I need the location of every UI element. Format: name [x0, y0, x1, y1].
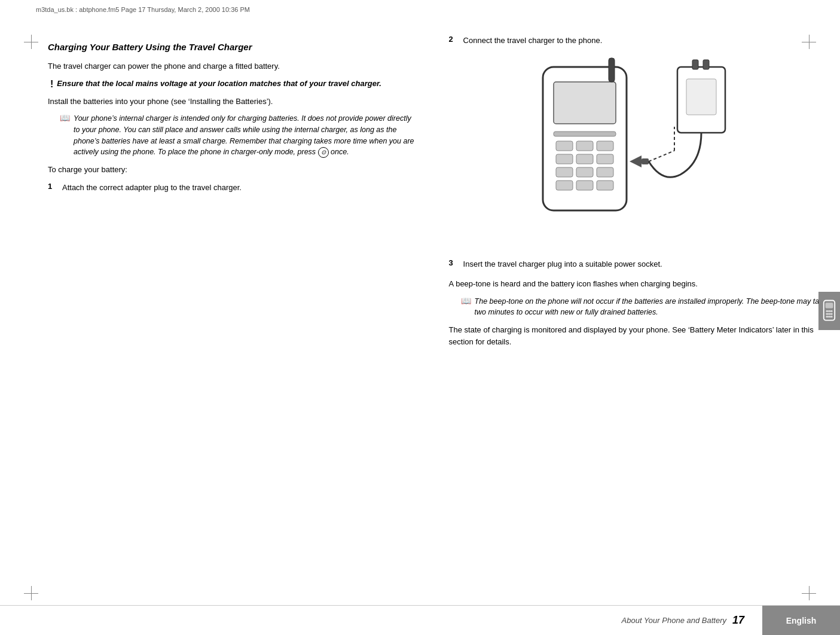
svg-rect-10 [576, 167, 593, 177]
install-note: Install the batteries into your phone (s… [48, 96, 419, 108]
note-beep-icon: 📖 [461, 296, 471, 306]
svg-rect-22 [703, 60, 709, 69]
svg-rect-4 [576, 141, 593, 151]
svg-rect-6 [556, 154, 573, 164]
note-hand-icon: 📖 [60, 113, 70, 123]
step-1: 1 Attach the correct adapter plug to the… [48, 182, 419, 194]
page-container: m3tda_us.bk : abtphone.fm5 Page 17 Thurs… [0, 0, 840, 635]
illustration [449, 55, 828, 246]
svg-rect-12 [556, 181, 573, 190]
svg-rect-32 [826, 316, 828, 318]
warning-icon: ! [50, 79, 53, 90]
power-button-icon: ⊙ [318, 147, 329, 158]
note-charger-text: Your phone’s internal charger is intende… [74, 113, 419, 158]
svg-line-18 [649, 151, 674, 161]
beep-note: A beep-tone is heard and the battery ico… [449, 278, 828, 290]
svg-rect-14 [597, 181, 613, 190]
footer: About Your Phone and Battery 17 English [0, 605, 840, 635]
svg-rect-23 [686, 79, 716, 115]
step-2: 2 Connect the travel charger to the phon… [449, 35, 828, 47]
svg-rect-7 [576, 154, 593, 164]
intro-text: The travel charger can power the phone a… [48, 60, 419, 72]
step-3-text: Insert the travel charger plug into a su… [463, 258, 662, 270]
svg-rect-11 [597, 167, 613, 177]
footer-page-num: 17 [732, 614, 744, 627]
step-3: 3 Insert the travel charger plug into a … [449, 258, 828, 270]
svg-rect-33 [828, 316, 830, 318]
state-note: The state of charging is monitored and d… [449, 324, 828, 347]
footer-center: About Your Phone and Battery 17 [610, 606, 762, 635]
svg-rect-25 [826, 303, 833, 308]
header-text: m3tda_us.bk : abtphone.fm5 Page 17 Thurs… [36, 6, 250, 13]
svg-rect-9 [556, 167, 573, 177]
right-column: 2 Connect the travel charger to the phon… [437, 17, 840, 605]
sidebar-phone-icon [822, 299, 836, 323]
left-column: Charging Your Battery Using the Travel C… [0, 17, 437, 605]
charge-intro: To charge your battery: [48, 164, 419, 176]
svg-rect-27 [828, 310, 830, 312]
note-beep-box: 📖 The beep-tone on the phone will not oc… [449, 296, 828, 319]
svg-rect-13 [576, 181, 593, 190]
section-title: Charging Your Battery Using the Travel C… [48, 41, 419, 53]
svg-rect-8 [597, 154, 613, 164]
svg-rect-34 [830, 316, 833, 318]
step-2-num: 2 [449, 35, 457, 44]
warning-text: Ensure that the local mains voltage at y… [57, 78, 381, 89]
step-1-num: 1 [48, 182, 56, 191]
svg-marker-16 [630, 155, 642, 167]
note-charger-box: 📖 Your phone’s internal charger is inten… [48, 113, 419, 158]
main-content: Charging Your Battery Using the Travel C… [0, 17, 840, 605]
sidebar-tab [818, 292, 840, 330]
footer-left [0, 606, 610, 635]
phone-charger-svg [525, 55, 752, 246]
footer-language: English [762, 606, 840, 635]
step-1-text: Attach the correct adapter plug to the t… [62, 182, 242, 194]
left-steps: 1 Attach the correct adapter plug to the… [48, 182, 419, 194]
svg-rect-1 [554, 82, 616, 124]
svg-rect-31 [830, 313, 833, 315]
warning-box: ! Ensure that the local mains voltage at… [48, 78, 419, 90]
svg-rect-2 [554, 132, 616, 136]
svg-rect-5 [597, 141, 613, 151]
svg-rect-21 [692, 60, 698, 69]
svg-rect-17 [642, 158, 649, 164]
svg-rect-3 [556, 141, 573, 151]
svg-rect-26 [826, 310, 828, 312]
header: m3tda_us.bk : abtphone.fm5 Page 17 Thurs… [0, 0, 840, 17]
svg-rect-15 [609, 58, 615, 82]
svg-rect-28 [830, 310, 833, 312]
svg-rect-29 [826, 313, 828, 315]
note-beep-text: The beep-tone on the phone will not occu… [475, 296, 828, 319]
footer-section-label: About Your Phone and Battery [622, 616, 726, 625]
svg-rect-30 [828, 313, 830, 315]
step-3-num: 3 [449, 258, 457, 267]
step-2-text: Connect the travel charger to the phone. [463, 35, 603, 47]
